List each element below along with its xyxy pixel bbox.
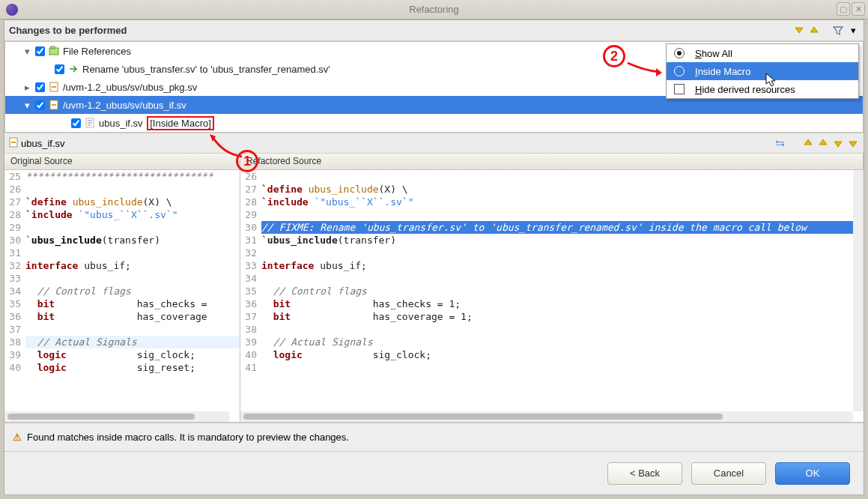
tree-label: /uvm-1.2_ubus/sv/ubus_if.sv: [63, 100, 186, 111]
twisty-icon[interactable]: ▾: [22, 100, 32, 111]
radio-icon: [674, 48, 685, 58]
compare-prev-icon[interactable]: [847, 137, 859, 149]
refactored-source-pane[interactable]: 26 27 28 29 30 31 32 33 34 35 36 37 38 3…: [240, 170, 864, 422]
tree-child-inside-macro[interactable]: ubus_if.sv [Inside Macro]: [5, 114, 863, 132]
checkbox[interactable]: [35, 100, 45, 110]
code-text: ******************************** `define…: [22, 170, 240, 422]
filter-icon[interactable]: [832, 25, 844, 37]
maximize-button[interactable]: ▢: [837, 2, 850, 16]
v-scrollbar[interactable]: [853, 170, 864, 411]
sv-file-icon: [48, 81, 60, 93]
filter-show-all[interactable]: Show All: [667, 44, 858, 62]
filter-inside-macro[interactable]: Inside Macro: [667, 62, 858, 80]
tree-label: /uvm-1.2_ubus/sv/ubus_pkg.sv: [63, 82, 197, 93]
svg-rect-11: [11, 142, 16, 143]
status-message: Found matches inside macro calls. It is …: [27, 432, 349, 443]
h-scrollbar[interactable]: [4, 411, 229, 422]
original-source-header: Original Source: [4, 154, 240, 170]
h-scrollbar[interactable]: [240, 411, 853, 422]
button-row: < Back Cancel OK: [4, 451, 864, 495]
refactored-source-header: Refactored Source: [240, 154, 864, 170]
tree-label: File References: [63, 46, 131, 57]
window-title: Refactoring: [0, 4, 868, 15]
ok-button[interactable]: OK: [775, 462, 850, 485]
svg-rect-5: [52, 104, 56, 106]
compare-next-icon[interactable]: [832, 137, 844, 149]
filter-label: Show All: [695, 48, 732, 59]
changes-header: Changes to be performed ▾: [4, 20, 864, 41]
titlebar: Refactoring ▢ ✕: [0, 0, 868, 19]
line-gutter: 26 27 28 29 30 31 32 33 34 35 36 37 38 3…: [240, 170, 258, 422]
compare-copy-left-icon[interactable]: [802, 137, 814, 149]
tree-label: ubus_if.sv [Inside Macro]: [99, 118, 214, 129]
sv-file-icon: [9, 137, 18, 150]
code-text: `define ubus_include(X) \ `include `"ubu…: [258, 170, 864, 422]
back-button[interactable]: < Back: [607, 462, 682, 485]
checkbox[interactable]: [35, 82, 45, 92]
filter-label: Inside Macro: [695, 66, 750, 77]
compare-panes: 25 26 27 28 29 30 31 32 33 34 35 36 37 3…: [4, 170, 864, 423]
twisty-icon[interactable]: ▾: [22, 46, 32, 57]
line-gutter: 25 26 27 28 29 30 31 32 33 34 35 36 37 3…: [4, 170, 22, 422]
twisty-icon[interactable]: ▸: [22, 82, 32, 93]
checkbox-icon: [674, 84, 685, 94]
svg-rect-1: [51, 46, 55, 49]
tree-label: Rename 'ubus_transfer.sv' to 'ubus_trans…: [82, 64, 330, 75]
next-change-icon[interactable]: [793, 25, 805, 37]
changes-label: Changes to be performed: [9, 25, 127, 36]
compare-column-headers: Original Source Refactored Source: [4, 154, 864, 170]
checkbox[interactable]: [55, 64, 64, 74]
compare-nav-icon[interactable]: ⮀: [774, 137, 786, 149]
prev-change-icon[interactable]: [808, 25, 820, 37]
checkbox[interactable]: [71, 118, 81, 128]
svg-rect-3: [52, 86, 56, 88]
status-bar: ⚠ Found matches inside macro calls. It i…: [4, 423, 864, 451]
compare-header: ubus_if.sv ⮀: [4, 133, 864, 154]
compare-tab[interactable]: ubus_if.sv: [9, 137, 65, 150]
filter-dropdown-icon[interactable]: ▾: [847, 25, 859, 37]
references-icon: [48, 45, 60, 57]
compare-copy-right-icon[interactable]: [817, 137, 829, 149]
warning-icon: ⚠: [12, 432, 22, 443]
compare-tab-label: ubus_if.sv: [21, 138, 65, 149]
text-match-icon: [84, 117, 96, 129]
inside-macro-tag: [Inside Macro]: [147, 116, 214, 130]
filter-hide-derived[interactable]: Hide derived resources: [667, 80, 858, 98]
filter-label: Hide derived resources: [695, 84, 795, 95]
cancel-button[interactable]: Cancel: [691, 462, 766, 485]
sv-file-icon: [48, 99, 60, 111]
checkbox[interactable]: [35, 46, 45, 56]
filter-menu[interactable]: Show All Inside Macro Hide derived resou…: [666, 43, 859, 99]
radio-icon: [674, 66, 685, 76]
move-icon: [67, 63, 79, 75]
original-source-pane[interactable]: 25 26 27 28 29 30 31 32 33 34 35 36 37 3…: [4, 170, 240, 422]
close-button[interactable]: ✕: [852, 2, 865, 16]
